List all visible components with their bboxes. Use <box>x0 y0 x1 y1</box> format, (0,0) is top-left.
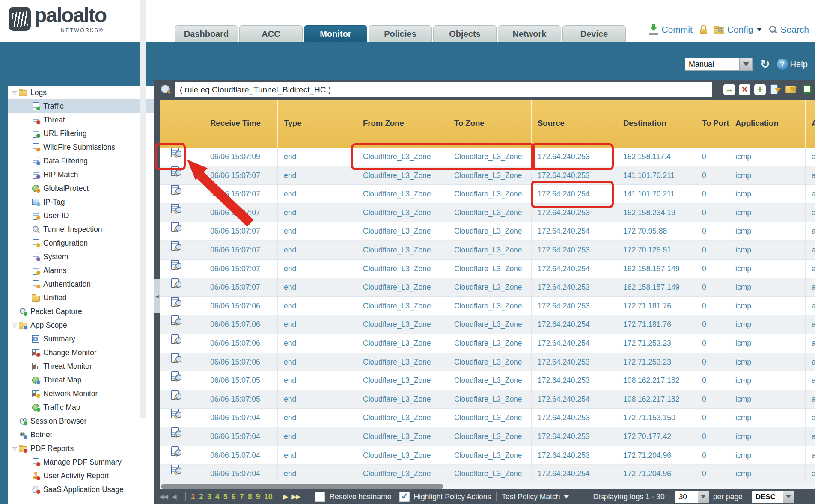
highlight-policy-actions-checkbox[interactable] <box>399 492 410 502</box>
cell-destination[interactable]: 172.71.204.96 <box>617 465 696 483</box>
config-menu-button[interactable]: ⚙ Config <box>714 24 762 35</box>
cell-to_zone[interactable]: Cloudflare_L3_Zone <box>448 390 532 409</box>
load-filter-icon[interactable] <box>785 83 797 95</box>
tab-monitor[interactable]: Monitor <box>304 25 367 42</box>
cell-application[interactable]: icmp <box>729 315 806 334</box>
cell-application[interactable]: icmp <box>729 371 806 390</box>
expander-triangle-icon[interactable] <box>10 322 19 329</box>
cell-application[interactable]: icmp <box>729 222 806 241</box>
help-button[interactable]: ? Help <box>777 59 808 70</box>
page-number-9[interactable]: 9 <box>256 492 260 501</box>
cell-type[interactable]: end <box>278 371 357 390</box>
filter-builder-icon[interactable] <box>770 83 782 95</box>
cell-type[interactable]: end <box>278 334 357 353</box>
cell-to_zone[interactable]: Cloudflare_L3_Zone <box>448 260 532 279</box>
page-number-5[interactable]: 5 <box>223 492 228 501</box>
first-page-button[interactable]: ◀◀ <box>159 493 167 501</box>
cell-type[interactable]: end <box>278 260 357 279</box>
cell-to_port[interactable]: 0 <box>696 390 729 409</box>
sidebar-item-traffic[interactable]: Traffic <box>8 99 154 113</box>
sidebar-item-logs[interactable]: Logs <box>8 86 154 99</box>
cell-application[interactable]: icmp <box>729 185 806 204</box>
cell-application[interactable]: icmp <box>729 427 806 446</box>
cell-to_zone[interactable]: Cloudflare_L3_Zone <box>448 465 532 483</box>
sidebar-item-user-activity-report[interactable]: User Activity Report <box>8 469 154 483</box>
sidebar-item-saas-application-usage[interactable]: SaaS Application Usage <box>8 483 154 496</box>
cell-type[interactable]: end <box>278 390 357 409</box>
column-header-destination[interactable]: Destination <box>617 100 696 148</box>
cell-from_zone[interactable]: Cloudflare_L3_Zone <box>357 409 448 427</box>
cell-source[interactable]: 172.64.240.254 <box>532 185 617 204</box>
cell-destination[interactable]: 172.71.253.23 <box>617 334 696 353</box>
sidebar-item-change-monitor[interactable]: Change Monitor <box>8 346 154 359</box>
cell-application[interactable]: icmp <box>729 334 806 353</box>
cell-from_zone[interactable]: Cloudflare_L3_Zone <box>357 278 448 297</box>
cell-from_zone[interactable]: Cloudflare_L3_Zone <box>357 371 448 390</box>
sidebar-item-system[interactable]: System <box>8 250 154 264</box>
column-header-action_truncated[interactable]: A <box>806 100 815 148</box>
cell-source[interactable]: 172.64.240.253 <box>532 427 617 446</box>
commit-button[interactable]: Commit <box>649 24 692 35</box>
cell-source[interactable]: 172.64.240.253 <box>532 241 617 260</box>
cell-to_zone[interactable]: Cloudflare_L3_Zone <box>448 204 532 222</box>
cell-destination[interactable]: 162.158.157.149 <box>617 260 696 279</box>
sidebar-item-alarms[interactable]: Alarms <box>8 264 154 277</box>
column-header-type[interactable]: Type <box>278 100 357 148</box>
cell-to_port[interactable]: 0 <box>696 166 729 185</box>
column-header-source[interactable]: Source <box>532 100 617 148</box>
cell-from_zone[interactable]: Cloudflare_L3_Zone <box>357 204 448 222</box>
cell-type[interactable]: end <box>278 222 357 241</box>
cell-from_zone[interactable]: Cloudflare_L3_Zone <box>357 315 448 334</box>
cell-source[interactable]: 172.64.240.254 <box>532 260 617 279</box>
sidebar-item-network-monitor[interactable]: Network Monitor <box>8 387 154 400</box>
cell-to_port[interactable]: 0 <box>696 185 729 204</box>
cell-to_zone[interactable]: Cloudflare_L3_Zone <box>448 185 532 204</box>
cell-type[interactable]: end <box>278 446 357 465</box>
cell-to_port[interactable]: 0 <box>696 204 729 222</box>
cell-from_zone[interactable]: Cloudflare_L3_Zone <box>357 260 448 279</box>
cell-to_zone[interactable]: Cloudflare_L3_Zone <box>448 353 532 372</box>
page-number-1[interactable]: 1 <box>191 492 195 501</box>
cell-application[interactable]: icmp <box>729 409 806 427</box>
cell-to_zone[interactable]: Cloudflare_L3_Zone <box>448 427 532 446</box>
sidebar-item-hip-match[interactable]: HIP Match <box>8 168 154 181</box>
cell-from_zone[interactable]: Cloudflare_L3_Zone <box>357 334 448 353</box>
cell-destination[interactable]: 108.162.217.182 <box>617 371 696 390</box>
tab-objects[interactable]: Objects <box>433 25 497 42</box>
cell-application[interactable]: icmp <box>729 353 806 372</box>
sidebar-item-threat[interactable]: Threat <box>8 113 154 127</box>
sidebar-item-packet-capture[interactable]: Packet Capture <box>8 305 154 318</box>
sidebar-item-configuration[interactable]: Configuration <box>8 236 154 250</box>
cell-source[interactable]: 172.64.240.253 <box>532 409 617 427</box>
horizontal-scrollbar-thumb[interactable] <box>161 484 443 489</box>
cell-source[interactable]: 172.64.240.253 <box>532 278 617 297</box>
cell-type[interactable]: end <box>278 204 357 222</box>
cell-type[interactable]: end <box>278 353 357 372</box>
cell-application[interactable]: icmp <box>729 260 806 279</box>
cell-destination[interactable]: 162.158.117.4 <box>617 148 696 166</box>
apply-filter-button[interactable]: → <box>723 84 735 95</box>
cell-destination[interactable]: 172.71.253.23 <box>617 353 696 372</box>
cell-source[interactable]: 172.64.240.253 <box>532 166 617 185</box>
cell-application[interactable]: icmp <box>729 166 806 185</box>
cell-destination[interactable]: 172.71.181.76 <box>617 315 696 334</box>
cell-to_port[interactable]: 0 <box>696 371 729 390</box>
cell-to_port[interactable]: 0 <box>696 334 729 353</box>
cell-to_port[interactable]: 0 <box>696 297 729 316</box>
sidebar-scrollbar[interactable] <box>140 0 146 418</box>
cell-application[interactable]: icmp <box>729 465 806 483</box>
cell-from_zone[interactable]: Cloudflare_L3_Zone <box>357 390 448 409</box>
sidebar-item-botnet[interactable]: Botnet <box>8 428 154 442</box>
tab-device[interactable]: Device <box>562 25 626 42</box>
cell-destination[interactable]: 141.101.70.211 <box>617 185 696 204</box>
cell-application[interactable]: icmp <box>729 390 806 409</box>
expander-triangle-icon[interactable] <box>10 89 19 96</box>
sidebar-item-pdf-reports[interactable]: PDF Reports <box>8 442 154 455</box>
lock-icon[interactable] <box>699 25 707 34</box>
resolve-hostname-checkbox[interactable] <box>315 492 325 502</box>
cell-from_zone[interactable]: Cloudflare_L3_Zone <box>357 222 448 241</box>
per-page-select[interactable]: 30 <box>675 491 698 503</box>
cell-application[interactable]: icmp <box>729 148 806 166</box>
log-filter-input[interactable] <box>175 82 712 97</box>
cell-type[interactable]: end <box>278 166 357 185</box>
